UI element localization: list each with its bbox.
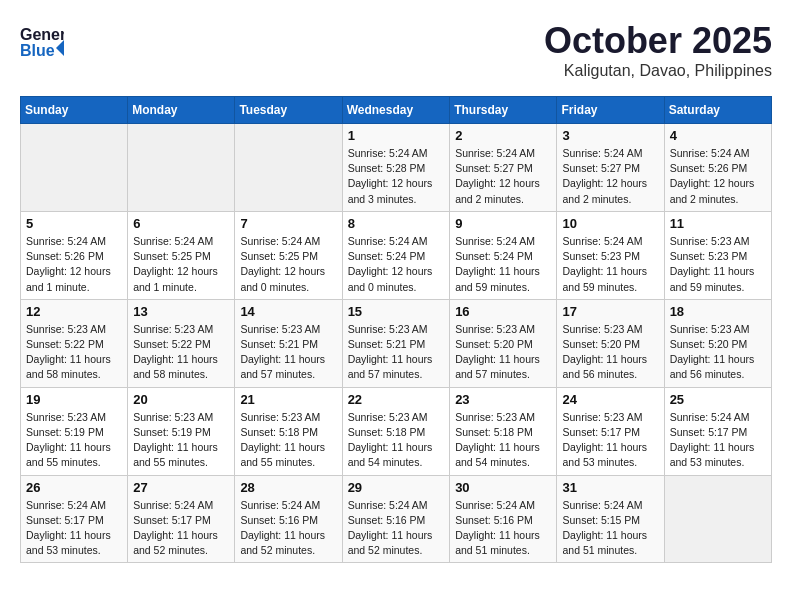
day-number: 7	[240, 216, 336, 231]
week-row-3: 12Sunrise: 5:23 AM Sunset: 5:22 PM Dayli…	[21, 299, 772, 387]
day-number: 20	[133, 392, 229, 407]
day-info: Sunrise: 5:24 AM Sunset: 5:16 PM Dayligh…	[240, 498, 336, 559]
day-info: Sunrise: 5:23 AM Sunset: 5:19 PM Dayligh…	[26, 410, 122, 471]
calendar-cell: 6Sunrise: 5:24 AM Sunset: 5:25 PM Daylig…	[128, 211, 235, 299]
calendar-cell: 24Sunrise: 5:23 AM Sunset: 5:17 PM Dayli…	[557, 387, 664, 475]
calendar-body: 1Sunrise: 5:24 AM Sunset: 5:28 PM Daylig…	[21, 124, 772, 563]
day-info: Sunrise: 5:23 AM Sunset: 5:23 PM Dayligh…	[670, 234, 766, 295]
day-info: Sunrise: 5:24 AM Sunset: 5:23 PM Dayligh…	[562, 234, 658, 295]
calendar-cell: 11Sunrise: 5:23 AM Sunset: 5:23 PM Dayli…	[664, 211, 771, 299]
calendar-cell: 7Sunrise: 5:24 AM Sunset: 5:25 PM Daylig…	[235, 211, 342, 299]
day-info: Sunrise: 5:23 AM Sunset: 5:20 PM Dayligh…	[455, 322, 551, 383]
day-info: Sunrise: 5:24 AM Sunset: 5:17 PM Dayligh…	[26, 498, 122, 559]
day-info: Sunrise: 5:24 AM Sunset: 5:26 PM Dayligh…	[670, 146, 766, 207]
weekday-header-row: SundayMondayTuesdayWednesdayThursdayFrid…	[21, 97, 772, 124]
month-title: October 2025	[544, 20, 772, 62]
day-info: Sunrise: 5:23 AM Sunset: 5:22 PM Dayligh…	[133, 322, 229, 383]
day-number: 21	[240, 392, 336, 407]
day-info: Sunrise: 5:24 AM Sunset: 5:24 PM Dayligh…	[348, 234, 445, 295]
day-number: 10	[562, 216, 658, 231]
day-number: 19	[26, 392, 122, 407]
day-number: 5	[26, 216, 122, 231]
day-number: 9	[455, 216, 551, 231]
day-number: 22	[348, 392, 445, 407]
day-number: 2	[455, 128, 551, 143]
day-info: Sunrise: 5:23 AM Sunset: 5:17 PM Dayligh…	[562, 410, 658, 471]
page-header: General Blue October 2025 Kaligutan, Dav…	[20, 20, 772, 80]
day-number: 15	[348, 304, 445, 319]
day-info: Sunrise: 5:24 AM Sunset: 5:15 PM Dayligh…	[562, 498, 658, 559]
day-info: Sunrise: 5:24 AM Sunset: 5:24 PM Dayligh…	[455, 234, 551, 295]
day-number: 11	[670, 216, 766, 231]
calendar-cell: 23Sunrise: 5:23 AM Sunset: 5:18 PM Dayli…	[450, 387, 557, 475]
day-info: Sunrise: 5:24 AM Sunset: 5:16 PM Dayligh…	[455, 498, 551, 559]
day-number: 30	[455, 480, 551, 495]
day-number: 29	[348, 480, 445, 495]
day-number: 28	[240, 480, 336, 495]
day-number: 4	[670, 128, 766, 143]
weekday-friday: Friday	[557, 97, 664, 124]
calendar-cell: 20Sunrise: 5:23 AM Sunset: 5:19 PM Dayli…	[128, 387, 235, 475]
calendar-cell: 27Sunrise: 5:24 AM Sunset: 5:17 PM Dayli…	[128, 475, 235, 563]
calendar-cell	[235, 124, 342, 212]
weekday-saturday: Saturday	[664, 97, 771, 124]
location-subtitle: Kaligutan, Davao, Philippines	[544, 62, 772, 80]
calendar-cell	[128, 124, 235, 212]
calendar-cell: 5Sunrise: 5:24 AM Sunset: 5:26 PM Daylig…	[21, 211, 128, 299]
calendar-cell: 13Sunrise: 5:23 AM Sunset: 5:22 PM Dayli…	[128, 299, 235, 387]
calendar-cell: 14Sunrise: 5:23 AM Sunset: 5:21 PM Dayli…	[235, 299, 342, 387]
day-info: Sunrise: 5:24 AM Sunset: 5:26 PM Dayligh…	[26, 234, 122, 295]
calendar-cell: 2Sunrise: 5:24 AM Sunset: 5:27 PM Daylig…	[450, 124, 557, 212]
day-number: 13	[133, 304, 229, 319]
day-number: 23	[455, 392, 551, 407]
day-info: Sunrise: 5:24 AM Sunset: 5:25 PM Dayligh…	[133, 234, 229, 295]
day-number: 18	[670, 304, 766, 319]
day-info: Sunrise: 5:23 AM Sunset: 5:18 PM Dayligh…	[240, 410, 336, 471]
week-row-2: 5Sunrise: 5:24 AM Sunset: 5:26 PM Daylig…	[21, 211, 772, 299]
calendar-cell: 8Sunrise: 5:24 AM Sunset: 5:24 PM Daylig…	[342, 211, 450, 299]
day-number: 31	[562, 480, 658, 495]
week-row-1: 1Sunrise: 5:24 AM Sunset: 5:28 PM Daylig…	[21, 124, 772, 212]
calendar-cell: 19Sunrise: 5:23 AM Sunset: 5:19 PM Dayli…	[21, 387, 128, 475]
calendar-cell: 1Sunrise: 5:24 AM Sunset: 5:28 PM Daylig…	[342, 124, 450, 212]
calendar-cell: 26Sunrise: 5:24 AM Sunset: 5:17 PM Dayli…	[21, 475, 128, 563]
day-info: Sunrise: 5:23 AM Sunset: 5:20 PM Dayligh…	[562, 322, 658, 383]
day-number: 12	[26, 304, 122, 319]
calendar-cell: 16Sunrise: 5:23 AM Sunset: 5:20 PM Dayli…	[450, 299, 557, 387]
day-number: 6	[133, 216, 229, 231]
day-number: 14	[240, 304, 336, 319]
calendar-cell: 12Sunrise: 5:23 AM Sunset: 5:22 PM Dayli…	[21, 299, 128, 387]
week-row-4: 19Sunrise: 5:23 AM Sunset: 5:19 PM Dayli…	[21, 387, 772, 475]
calendar-table: SundayMondayTuesdayWednesdayThursdayFrid…	[20, 96, 772, 563]
day-info: Sunrise: 5:23 AM Sunset: 5:22 PM Dayligh…	[26, 322, 122, 383]
calendar-cell: 10Sunrise: 5:24 AM Sunset: 5:23 PM Dayli…	[557, 211, 664, 299]
calendar-cell	[21, 124, 128, 212]
day-info: Sunrise: 5:23 AM Sunset: 5:19 PM Dayligh…	[133, 410, 229, 471]
day-info: Sunrise: 5:24 AM Sunset: 5:16 PM Dayligh…	[348, 498, 445, 559]
weekday-tuesday: Tuesday	[235, 97, 342, 124]
day-info: Sunrise: 5:23 AM Sunset: 5:18 PM Dayligh…	[455, 410, 551, 471]
svg-text:General: General	[20, 26, 64, 43]
day-info: Sunrise: 5:23 AM Sunset: 5:20 PM Dayligh…	[670, 322, 766, 383]
day-number: 16	[455, 304, 551, 319]
calendar-cell	[664, 475, 771, 563]
weekday-wednesday: Wednesday	[342, 97, 450, 124]
day-number: 17	[562, 304, 658, 319]
calendar-cell: 3Sunrise: 5:24 AM Sunset: 5:27 PM Daylig…	[557, 124, 664, 212]
calendar-cell: 9Sunrise: 5:24 AM Sunset: 5:24 PM Daylig…	[450, 211, 557, 299]
day-info: Sunrise: 5:24 AM Sunset: 5:17 PM Dayligh…	[133, 498, 229, 559]
calendar-cell: 31Sunrise: 5:24 AM Sunset: 5:15 PM Dayli…	[557, 475, 664, 563]
logo-icon: General Blue	[20, 20, 64, 68]
calendar-cell: 21Sunrise: 5:23 AM Sunset: 5:18 PM Dayli…	[235, 387, 342, 475]
day-info: Sunrise: 5:23 AM Sunset: 5:18 PM Dayligh…	[348, 410, 445, 471]
day-number: 1	[348, 128, 445, 143]
week-row-5: 26Sunrise: 5:24 AM Sunset: 5:17 PM Dayli…	[21, 475, 772, 563]
day-number: 25	[670, 392, 766, 407]
calendar-cell: 15Sunrise: 5:23 AM Sunset: 5:21 PM Dayli…	[342, 299, 450, 387]
logo: General Blue	[20, 20, 64, 68]
day-number: 8	[348, 216, 445, 231]
calendar-cell: 25Sunrise: 5:24 AM Sunset: 5:17 PM Dayli…	[664, 387, 771, 475]
weekday-sunday: Sunday	[21, 97, 128, 124]
weekday-thursday: Thursday	[450, 97, 557, 124]
day-number: 26	[26, 480, 122, 495]
